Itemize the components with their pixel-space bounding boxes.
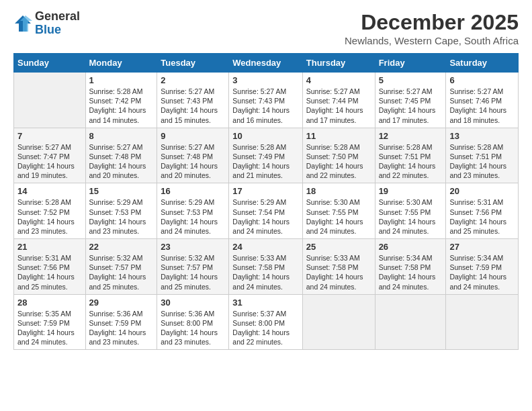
calendar-cell: 26Sunrise: 5:34 AM Sunset: 7:58 PM Dayli… [375,239,446,295]
calendar-cell: 29Sunrise: 5:36 AM Sunset: 7:59 PM Dayli… [85,294,157,350]
calendar-cell: 23Sunrise: 5:32 AM Sunset: 7:57 PM Dayli… [157,239,229,295]
cell-info: Sunrise: 5:27 AM Sunset: 7:45 PM Dayligh… [379,87,443,125]
cell-info: Sunrise: 5:27 AM Sunset: 7:48 PM Dayligh… [161,142,225,181]
calendar-cell: 14Sunrise: 5:28 AM Sunset: 7:52 PM Dayli… [14,183,86,239]
day-number: 11 [306,131,371,141]
cell-info: Sunrise: 5:33 AM Sunset: 7:58 PM Dayligh… [306,253,371,291]
calendar-week-4: 21Sunrise: 5:31 AM Sunset: 7:56 PM Dayli… [14,239,519,295]
page: General Blue December 2025 Newlands, Wes… [0,0,532,411]
day-number: 5 [379,75,443,85]
day-number: 28 [17,298,82,308]
cell-info: Sunrise: 5:30 AM Sunset: 7:55 PM Dayligh… [306,197,371,236]
calendar-cell: 5Sunrise: 5:27 AM Sunset: 7:45 PM Daylig… [375,73,446,128]
day-number: 7 [17,131,82,141]
calendar-cell [302,294,375,350]
day-number: 22 [89,242,154,252]
cell-info: Sunrise: 5:37 AM Sunset: 8:00 PM Dayligh… [232,309,298,347]
day-number: 10 [232,131,298,141]
cell-info: Sunrise: 5:36 AM Sunset: 8:00 PM Dayligh… [161,309,225,347]
day-number: 19 [379,186,443,196]
calendar-cell: 25Sunrise: 5:33 AM Sunset: 7:58 PM Dayli… [302,239,375,295]
cell-info: Sunrise: 5:27 AM Sunset: 7:43 PM Dayligh… [232,87,298,125]
calendar-cell: 12Sunrise: 5:28 AM Sunset: 7:51 PM Dayli… [375,128,446,183]
calendar-cell: 2Sunrise: 5:27 AM Sunset: 7:43 PM Daylig… [157,73,229,128]
cell-info: Sunrise: 5:27 AM Sunset: 7:44 PM Dayligh… [306,87,371,125]
day-number: 3 [232,75,298,85]
cell-info: Sunrise: 5:27 AM Sunset: 7:46 PM Dayligh… [449,87,515,125]
day-number: 6 [449,75,515,85]
calendar-cell: 9Sunrise: 5:27 AM Sunset: 7:48 PM Daylig… [157,128,229,183]
cell-info: Sunrise: 5:28 AM Sunset: 7:52 PM Dayligh… [17,197,82,236]
day-number: 20 [449,186,515,196]
day-header-friday: Friday [375,54,446,73]
day-number: 9 [161,131,225,141]
cell-info: Sunrise: 5:28 AM Sunset: 7:50 PM Dayligh… [306,142,371,181]
calendar-cell [375,294,446,350]
calendar-cell [14,73,86,128]
calendar-cell: 7Sunrise: 5:27 AM Sunset: 7:47 PM Daylig… [14,128,86,183]
calendar-week-1: 1Sunrise: 5:28 AM Sunset: 7:42 PM Daylig… [14,73,519,128]
month-title: December 2025 [345,10,519,35]
calendar-cell: 24Sunrise: 5:33 AM Sunset: 7:58 PM Dayli… [229,239,302,295]
logo-text: General Blue [35,10,80,37]
cell-info: Sunrise: 5:27 AM Sunset: 7:47 PM Dayligh… [17,142,82,181]
calendar-cell: 27Sunrise: 5:34 AM Sunset: 7:59 PM Dayli… [446,239,519,295]
day-number: 8 [89,131,154,141]
day-header-monday: Monday [85,54,157,73]
calendar-week-5: 28Sunrise: 5:35 AM Sunset: 7:59 PM Dayli… [14,294,519,350]
day-header-sunday: Sunday [14,54,86,73]
location: Newlands, Western Cape, South Africa [345,35,519,46]
logo-general: General [35,10,80,24]
title-area: December 2025 Newlands, Western Cape, So… [345,10,519,46]
cell-info: Sunrise: 5:28 AM Sunset: 7:42 PM Dayligh… [89,87,154,125]
day-number: 24 [232,242,298,252]
calendar-cell [446,294,519,350]
day-number: 13 [449,131,515,141]
day-header-wednesday: Wednesday [229,54,302,73]
calendar-cell: 15Sunrise: 5:29 AM Sunset: 7:53 PM Dayli… [85,183,157,239]
cell-info: Sunrise: 5:28 AM Sunset: 7:49 PM Dayligh… [232,142,298,181]
calendar-cell: 22Sunrise: 5:32 AM Sunset: 7:57 PM Dayli… [85,239,157,295]
day-header-thursday: Thursday [302,54,375,73]
day-number: 21 [17,242,82,252]
calendar-cell: 31Sunrise: 5:37 AM Sunset: 8:00 PM Dayli… [229,294,302,350]
day-number: 29 [89,298,154,308]
calendar-cell: 6Sunrise: 5:27 AM Sunset: 7:46 PM Daylig… [446,73,519,128]
calendar-cell: 3Sunrise: 5:27 AM Sunset: 7:43 PM Daylig… [229,73,302,128]
calendar-cell: 30Sunrise: 5:36 AM Sunset: 8:00 PM Dayli… [157,294,229,350]
day-number: 31 [232,298,298,308]
calendar-cell: 21Sunrise: 5:31 AM Sunset: 7:56 PM Dayli… [14,239,86,295]
day-number: 16 [161,186,225,196]
cell-info: Sunrise: 5:31 AM Sunset: 7:56 PM Dayligh… [17,253,82,291]
cell-info: Sunrise: 5:34 AM Sunset: 7:58 PM Dayligh… [379,253,443,291]
calendar-cell: 16Sunrise: 5:29 AM Sunset: 7:53 PM Dayli… [157,183,229,239]
cell-info: Sunrise: 5:29 AM Sunset: 7:53 PM Dayligh… [161,197,225,236]
calendar-week-2: 7Sunrise: 5:27 AM Sunset: 7:47 PM Daylig… [14,128,519,183]
cell-info: Sunrise: 5:32 AM Sunset: 7:57 PM Dayligh… [161,253,225,291]
calendar-header-row: SundayMondayTuesdayWednesdayThursdayFrid… [14,54,519,73]
cell-info: Sunrise: 5:32 AM Sunset: 7:57 PM Dayligh… [89,253,154,291]
day-number: 15 [89,186,154,196]
logo-blue: Blue [35,24,80,37]
calendar-cell: 11Sunrise: 5:28 AM Sunset: 7:50 PM Dayli… [302,128,375,183]
day-number: 30 [161,298,225,308]
day-number: 17 [232,186,298,196]
logo-icon [13,14,32,33]
cell-info: Sunrise: 5:28 AM Sunset: 7:51 PM Dayligh… [449,142,515,181]
calendar-cell: 28Sunrise: 5:35 AM Sunset: 7:59 PM Dayli… [14,294,86,350]
logo: General Blue [13,10,80,37]
day-number: 1 [89,75,154,85]
calendar-cell: 10Sunrise: 5:28 AM Sunset: 7:49 PM Dayli… [229,128,302,183]
day-number: 27 [449,242,515,252]
cell-info: Sunrise: 5:28 AM Sunset: 7:51 PM Dayligh… [379,142,443,181]
cell-info: Sunrise: 5:30 AM Sunset: 7:55 PM Dayligh… [379,197,443,236]
calendar-cell: 1Sunrise: 5:28 AM Sunset: 7:42 PM Daylig… [85,73,157,128]
day-number: 2 [161,75,225,85]
cell-info: Sunrise: 5:33 AM Sunset: 7:58 PM Dayligh… [232,253,298,291]
day-number: 12 [379,131,443,141]
calendar: SundayMondayTuesdayWednesdayThursdayFrid… [13,53,519,350]
calendar-cell: 8Sunrise: 5:27 AM Sunset: 7:48 PM Daylig… [85,128,157,183]
day-number: 18 [306,186,371,196]
cell-info: Sunrise: 5:34 AM Sunset: 7:59 PM Dayligh… [449,253,515,291]
cell-info: Sunrise: 5:31 AM Sunset: 7:56 PM Dayligh… [449,197,515,236]
